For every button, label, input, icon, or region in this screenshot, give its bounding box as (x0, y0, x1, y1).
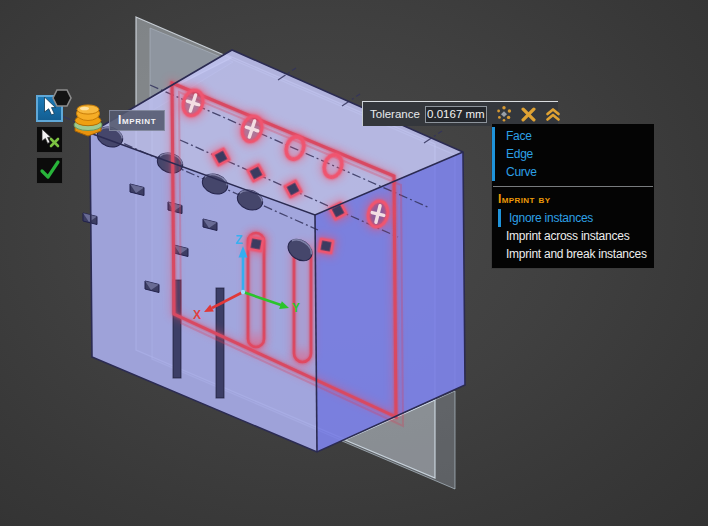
tool-options-bar: Tolerance (362, 101, 558, 126)
application-window: X Y Z (0, 0, 708, 526)
menu-item-face[interactable]: Face (495, 127, 654, 145)
complete-tool-button[interactable] (36, 157, 63, 184)
cursor-deselect-icon (40, 128, 60, 152)
options-bar-icons (496, 106, 561, 122)
selection-filter-group: Face Edge Curve (492, 127, 654, 181)
axis-y-label: Y (292, 301, 300, 315)
menu-item-curve[interactable]: Curve (495, 163, 654, 181)
menu-separator (493, 186, 653, 187)
tolerance-label: Tolerance (370, 108, 420, 120)
menu-item-ignore-instances[interactable]: Ignore instances (498, 209, 654, 227)
menu-item-imprint-and-break-instances[interactable]: Imprint and break instances (492, 245, 654, 263)
smart-selection-icon[interactable] (496, 106, 512, 122)
deselect-tool-button[interactable] (36, 126, 63, 153)
confirm-check-icon (39, 158, 61, 184)
collapse-icon[interactable] (545, 107, 561, 122)
context-menu: Face Edge Curve Imprint by Ignore instan… (491, 124, 655, 269)
axis-x-label: X (193, 308, 201, 322)
imprint-by-header: Imprint by (492, 191, 654, 209)
imprint-stamp-icon (66, 98, 110, 144)
tool-tooltip: Imprint (109, 110, 165, 131)
menu-item-edge[interactable]: Edge (495, 145, 654, 163)
menu-item-imprint-across-instances[interactable]: Imprint across instances (492, 227, 654, 245)
cancel-icon[interactable] (521, 107, 536, 122)
axis-z-label: Z (235, 233, 242, 247)
tolerance-input[interactable] (425, 106, 487, 123)
